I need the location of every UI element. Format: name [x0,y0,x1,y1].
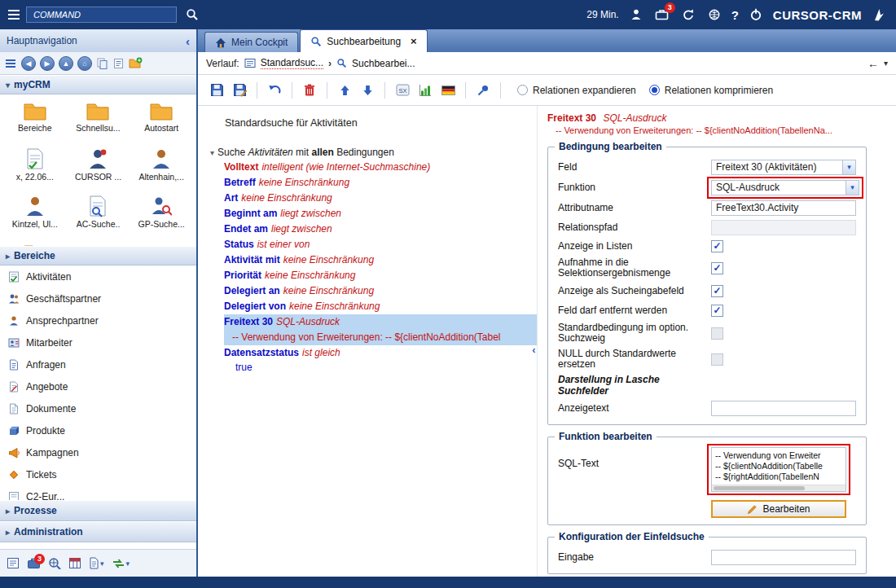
pin-icon[interactable] [474,81,492,99]
menu-icon[interactable] [8,10,20,20]
tree-node-datensatzstatus[interactable]: Datensatzstatusist gleich [224,345,537,361]
sidebar-item-tickets[interactable]: Tickets [0,463,196,485]
tree-node-prioritaet[interactable]: Prioritätkeine Einschränkung [224,268,537,283]
web-search-icon[interactable] [48,557,61,569]
sucheingabefeld-checkbox[interactable] [711,285,723,297]
power-icon[interactable] [747,6,765,24]
nav-home-button[interactable]: ⌂ [77,56,92,71]
prozesse-section-header[interactable]: ▸ Prozesse [0,500,196,521]
panel-collapse-handle[interactable]: ‹ [529,340,538,358]
expander-icon[interactable]: ▾ [210,148,214,157]
move-down-button[interactable] [358,81,376,99]
close-tab-icon[interactable]: × [411,35,417,47]
tree-root-node[interactable]: ▾Suche Aktivitäten mit allen Bedingungen [210,147,537,158]
tree-node-art[interactable]: Artkeine Einschränkung [224,191,537,206]
paste-icon[interactable] [112,57,125,69]
horizontal-scrollbar[interactable] [712,485,845,491]
new-folder-icon[interactable] [129,57,143,69]
report-icon[interactable] [7,557,20,569]
delete-button[interactable] [301,81,318,99]
feld-entfernen-checkbox[interactable] [711,305,723,317]
tree-node-volltext[interactable]: Volltextintelligent (wie Internet-Suchma… [224,160,537,175]
sidebar-item-ansprechpartner[interactable]: Ansprechpartner [0,309,196,331]
shortcut-schnellsuche[interactable]: Schnellsu... [67,97,130,144]
bereiche-section-header[interactable]: ▸ Bereiche [0,246,196,265]
feld-dropdown[interactable]: Freitext 30 (Aktivitäten) ▾ [711,160,856,175]
radio-relationen-expandieren[interactable]: Relationen expandieren [517,85,636,96]
history-icon[interactable] [244,58,256,68]
nav-forward-button[interactable]: ▶ [40,56,55,71]
bearbeiten-button[interactable]: Bearbeiten [711,500,846,518]
sidebar-item-anfragen[interactable]: Anfragen [0,353,196,375]
tree-node-status[interactable]: Statusist einer von [224,237,537,252]
mycrm-section-header[interactable]: ▾ myCRM [0,75,196,94]
history-dropdown-icon[interactable]: ▾ [884,59,888,68]
shortcut-altenhain[interactable]: Altenhain,... [130,144,193,191]
save-button[interactable] [208,81,226,99]
tree-node-beginnt-am[interactable]: Beginnt amliegt zwischen [224,206,537,222]
attributname-field[interactable]: FreeText30.Activity [711,200,856,216]
chevron-down-icon[interactable]: ▾ [845,181,859,195]
tab-mein-cockpit[interactable]: Mein Cockpit [204,32,298,52]
tree-node-endet-am[interactable]: Endet amliegt zwischen [224,222,537,237]
collapse-sidebar-icon[interactable]: ‹ [186,34,190,48]
aufnahme-selektion-checkbox[interactable] [711,262,723,274]
nav-up-button[interactable]: ▲ [59,56,73,71]
shortcut-cursor-contact[interactable]: CURSOR ... [67,144,130,191]
anzeigetext-field[interactable] [711,401,856,416]
history-back-icon[interactable]: ← [867,57,879,70]
sidebar-item-c2[interactable]: C2-Eur... [0,485,196,500]
funktion-dropdown[interactable]: SQL-Ausdruck ▾ [711,180,859,195]
sidebar-item-angebote[interactable]: Angebote [0,375,196,397]
sidebar-item-aktivitaeten[interactable]: Aktivitäten [0,265,196,287]
sync-button[interactable]: ▾ [112,558,130,569]
sidebar-item-mitarbeiter[interactable]: Mitarbeiter [0,331,196,353]
shortcut-label: CURSOR ... [75,172,121,182]
table-icon[interactable] [68,557,81,569]
administration-section-header[interactable]: ▸ Administration [0,521,196,542]
shortcut-kintzel[interactable]: Kintzel, Ul... [3,191,67,239]
breadcrumb-item-suchbearbeitung[interactable]: Suchbearbei... [352,58,415,69]
shortcut-ac-suche[interactable]: AC-Suche.. [67,191,130,239]
sql-preview-icon[interactable]: SX [393,81,411,99]
copy-icon[interactable] [96,57,108,69]
language-flag-icon[interactable] [439,81,457,99]
search-icon[interactable] [183,6,201,24]
ansprechpartner-icon [8,315,20,327]
tree-node-delegiert-an[interactable]: Delegiert ankeine Einschränkung [224,283,537,299]
shortcut-clipped[interactable] [3,239,67,246]
sidebar-item-kampagnen[interactable]: Kampagnen [0,441,196,463]
new-document-button[interactable]: ▾ [89,557,104,569]
shortcut-suche-1[interactable]: x, 22.06... [3,144,67,191]
refresh-icon[interactable] [679,6,697,24]
chevron-down-icon[interactable]: ▾ [842,160,855,174]
save-as-button[interactable] [231,81,248,99]
nav-back-button[interactable]: ◀ [21,56,36,71]
tree-node-freitext30-selected[interactable]: Freitext 30SQL-Ausdruck -- Verwendung vo… [224,314,537,345]
help-icon[interactable]: ? [731,8,739,22]
tasks-briefcase-icon[interactable]: 3 [653,6,671,24]
tree-node-aktivitaet-mit[interactable]: Aktivität mitkeine Einschränkung [224,252,537,268]
command-input[interactable] [26,7,177,23]
tree-node-delegiert-von[interactable]: Delegiert vonkeine Einschränkung [224,299,537,314]
tab-suchbearbeitung[interactable]: Suchbearbeitung × [300,29,427,52]
tree-node-betreff[interactable]: Betreffkeine Einschränkung [224,175,537,191]
anzeige-in-listen-checkbox[interactable] [711,240,723,252]
statistics-icon[interactable] [416,81,434,99]
shortcut-gp-suche[interactable]: GP-Suche... [130,191,193,239]
sql-text-area[interactable]: -- Verwendung von Erweiter -- ${clientNo… [711,447,846,492]
sidebar-item-produkte[interactable]: Produkte [0,419,196,441]
radio-relationen-komprimieren[interactable]: Relationen komprimieren [649,85,773,96]
globe-icon[interactable] [705,6,723,24]
sidebar-item-dokumente[interactable]: Dokumente [0,397,196,419]
shortcut-bereiche[interactable]: Bereiche [3,97,67,144]
briefcase-tasks-icon[interactable]: 3 [27,557,41,569]
breadcrumb-item-standardsuche[interactable]: Standardsuc... [261,57,323,69]
sidebar-item-geschaeftspartner[interactable]: Geschäftspartner [0,287,196,309]
shortcut-autostart[interactable]: Autostart [130,97,193,144]
eingabe-field[interactable] [711,550,856,565]
sidebar-menu-icon[interactable] [4,58,17,69]
user-icon[interactable] [627,6,645,24]
move-up-button[interactable] [336,81,354,99]
undo-button[interactable] [266,81,283,99]
